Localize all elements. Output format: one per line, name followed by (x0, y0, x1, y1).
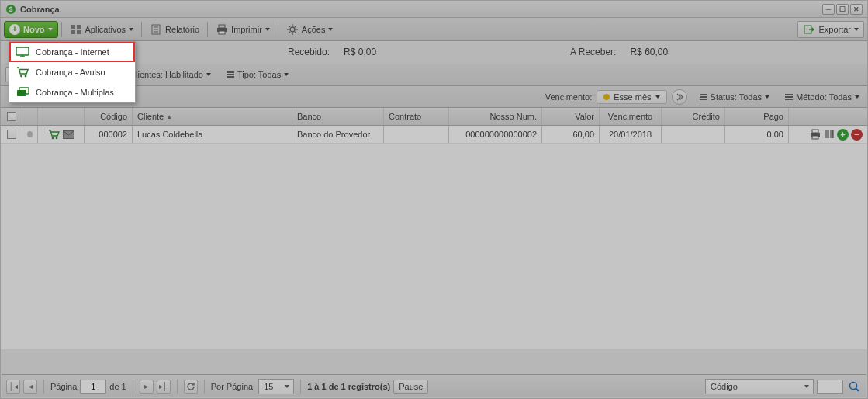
chevron-down-icon (765, 95, 769, 99)
cell-valor: 60,00 (572, 130, 594, 139)
svg-point-13 (290, 27, 295, 32)
search-button[interactable] (846, 379, 862, 394)
svg-rect-28 (812, 136, 818, 139)
svg-line-19 (295, 32, 296, 33)
chevron-down-icon (48, 28, 53, 31)
page-size-select[interactable]: 15 (258, 379, 294, 394)
svg-text:$: $ (9, 5, 12, 13)
col-nosso[interactable]: Nosso Num. (449, 108, 542, 125)
chevron-down-icon (284, 73, 289, 76)
metodo-filter[interactable]: Método: Todas (782, 91, 863, 103)
row-checkbox[interactable] (7, 130, 16, 139)
exportar-button[interactable]: Exportar (797, 21, 864, 38)
next-period-button[interactable] (672, 89, 687, 105)
cart-icon (48, 130, 60, 140)
relatorio-button[interactable]: Relatório (145, 21, 204, 38)
col-status[interactable] (22, 108, 38, 125)
col-flags[interactable] (38, 108, 85, 125)
export-icon (803, 23, 815, 36)
svg-rect-5 (77, 30, 81, 34)
acoes-label: Ações (302, 25, 326, 34)
dropdown-item-multiplas[interactable]: Cobrança - Multiplas (9, 82, 135, 102)
dropdown-item-internet[interactable]: Cobrança - Internet (9, 42, 135, 62)
search-field-select[interactable]: Código (705, 379, 814, 394)
novo-button[interactable]: + Novo (4, 21, 58, 38)
row-status-dot-icon (27, 131, 33, 137)
aplicativos-button[interactable]: Aplicativos (65, 21, 139, 38)
aplicativos-label: Aplicativos (85, 25, 126, 34)
row-add-button[interactable]: + (837, 129, 849, 141)
chevron-down-icon (206, 73, 211, 76)
svg-point-24 (55, 137, 57, 139)
refresh-button[interactable] (184, 380, 198, 394)
col-checkbox[interactable] (1, 108, 22, 125)
svg-rect-10 (219, 25, 225, 28)
page-input[interactable] (80, 380, 106, 394)
window-title: Cobrança (20, 5, 822, 14)
last-page-button[interactable]: ▸│ (157, 380, 171, 394)
col-pago[interactable]: Pago (725, 108, 789, 125)
col-valor[interactable]: Valor (542, 108, 600, 125)
areceber-label: A Receber: (570, 47, 616, 57)
cell-banco: Banco do Provedor (297, 130, 370, 139)
table-row[interactable]: 000002 Lucas Coldebella Banco do Provedo… (1, 126, 867, 144)
svg-point-35 (850, 382, 857, 389)
col-codigo[interactable]: Código (85, 108, 133, 125)
titlebar: $ Cobrança ─ ☐ ✕ (1, 1, 867, 18)
col-vencimento[interactable]: Vencimento (600, 108, 662, 125)
cell-codigo: 000002 (99, 130, 127, 139)
records-info: 1 à 1 de 1 registro(s) (307, 382, 390, 391)
chevron-down-icon (129, 28, 133, 31)
imprimir-button[interactable]: Imprimir (211, 21, 275, 38)
svg-line-36 (856, 388, 859, 391)
next-page-button[interactable]: ▸ (140, 380, 154, 394)
row-print-button[interactable] (809, 129, 821, 141)
plus-icon: + (9, 24, 20, 35)
col-banco[interactable]: Banco (292, 108, 384, 125)
imprimir-label: Imprimir (231, 25, 262, 34)
svg-point-41 (24, 75, 26, 78)
svg-line-21 (289, 32, 290, 33)
printer-icon (216, 23, 228, 36)
esse-mes-chip[interactable]: Esse mês (597, 90, 666, 104)
dropdown-item-label: Cobrança - Avulso (36, 68, 105, 77)
window-minimize-button[interactable]: ─ (822, 4, 835, 15)
window-maximize-button[interactable]: ☐ (836, 4, 849, 15)
prev-page-button[interactable]: ◂ (23, 380, 37, 394)
search-input[interactable] (817, 380, 843, 394)
col-cliente[interactable]: Cliente▲ (133, 108, 292, 125)
dot-icon (603, 94, 610, 100)
acoes-button[interactable]: Ações (282, 21, 338, 38)
col-contrato[interactable]: Contrato (384, 108, 449, 125)
monitor-icon (16, 46, 29, 58)
chevron-down-icon (854, 28, 859, 31)
cell-vencimento: 20/01/2018 (609, 130, 652, 139)
exportar-label: Exportar (818, 25, 851, 34)
dropdown-item-label: Cobrança - Multiplas (36, 88, 114, 97)
row-remove-button[interactable]: − (851, 129, 863, 141)
dropdown-item-avulso[interactable]: Cobrança - Avulso (9, 62, 135, 82)
window-close-button[interactable]: ✕ (850, 4, 863, 15)
first-page-button[interactable]: │◂ (6, 380, 20, 394)
tipo-filter[interactable]: Tipo: Todas (223, 68, 292, 81)
svg-rect-3 (77, 25, 81, 29)
main-toolbar: + Novo Aplicativos Relatório Imprimir (1, 18, 867, 41)
de-label: de 1 (109, 382, 126, 391)
novo-dropdown: Cobrança - Internet Cobrança - Avulso Co… (9, 41, 136, 103)
row-barcode-button[interactable] (823, 129, 835, 141)
pause-button[interactable]: Pause (393, 380, 428, 394)
pagination-bar: │◂ ◂ Página de 1 ▸ ▸│ Por Página: 15 1 à… (2, 374, 866, 397)
table-header: Código Cliente▲ Banco Contrato Nosso Num… (1, 108, 867, 126)
recebido-label: Recebido: (288, 47, 330, 57)
status-filter[interactable]: Status: Todas (697, 91, 773, 103)
dropdown-item-label: Cobrança - Internet (36, 47, 109, 57)
col-credito[interactable]: Crédito (662, 108, 725, 125)
sort-asc-icon: ▲ (166, 113, 172, 120)
svg-line-18 (289, 26, 290, 27)
chevron-down-icon (655, 95, 660, 99)
chevron-down-icon (328, 28, 333, 31)
svg-line-20 (295, 26, 296, 27)
svg-rect-27 (812, 130, 818, 133)
cell-cliente: Lucas Coldebella (137, 130, 202, 139)
por-pagina-label: Por Página: (211, 382, 255, 391)
